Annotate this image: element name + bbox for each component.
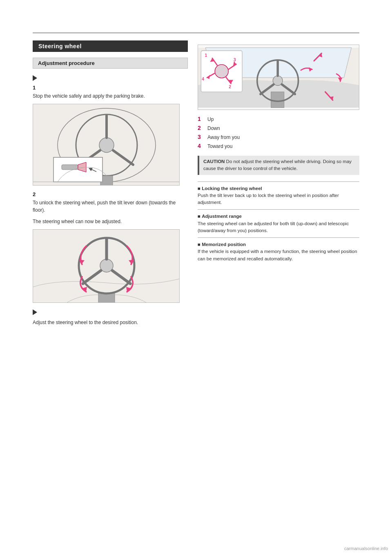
content-area: Steering wheel Adjustment procedure 1 St…: [33, 33, 359, 330]
direction-list: 1 Up 2 Down 3 Away from you 4 Toward you: [198, 116, 359, 150]
direction-num-1: 1: [198, 116, 207, 122]
note2-title: Adjustment range: [202, 214, 242, 219]
main-layout: Steering wheel Adjustment procedure 1 St…: [33, 40, 359, 330]
steering-adjust-svg: [33, 230, 180, 303]
direction-item-1: 1 Up: [198, 116, 359, 123]
note1-title: Locking the steering wheel: [202, 186, 262, 191]
note3-text: If the vehicle is equipped with a memory…: [198, 249, 357, 261]
watermark: carmanualsonline.info: [344, 546, 388, 551]
after-illus-text: Adjust the steering wheel to the desired…: [33, 319, 188, 326]
step1-text: Stop the vehicle safely and apply the pa…: [33, 92, 188, 100]
top-divider: [33, 33, 359, 33]
right-column: 1 3 2 4: [198, 40, 359, 262]
direction-item-3: 3 Away from you: [198, 134, 359, 141]
svg-text:2: 2: [229, 85, 231, 89]
subsection-title: Adjustment procedure: [33, 58, 188, 69]
caution-box: CAUTION Do not adjust the steering wheel…: [198, 156, 359, 175]
section-title: Steering wheel: [33, 40, 188, 52]
svg-text:1: 1: [205, 53, 207, 58]
adjustment-diagram-illustration: 1 3 2 4: [198, 45, 359, 110]
note1-label: ■: [198, 186, 200, 191]
svg-rect-15: [98, 293, 115, 303]
after-illus-bullet-icon: [33, 309, 37, 315]
note3-title: Memorized position: [202, 242, 246, 247]
lever-svg: [33, 104, 180, 186]
note-memory: ■ Memorized position If the vehicle is e…: [198, 237, 359, 262]
note1-text: Push the tilt lever back up to lock the …: [198, 193, 339, 205]
step2-number: 2: [33, 191, 188, 197]
svg-text:3: 3: [234, 58, 236, 62]
svg-point-33: [215, 65, 228, 78]
step2-text: To unlock the steering wheel, push the t…: [33, 199, 188, 214]
note3-label: ■: [198, 242, 200, 247]
note-locking: ■ Locking the steering wheel Push the ti…: [198, 181, 359, 206]
direction-item-4: 4 Toward you: [198, 143, 359, 150]
direction-text-3: Away from you: [207, 134, 240, 141]
left-column: Steering wheel Adjustment procedure 1 St…: [33, 40, 188, 330]
caution-text: Do not adjust the steering wheel while d…: [203, 159, 352, 171]
direction-num-2: 2: [198, 125, 207, 131]
direction-num-3: 3: [198, 134, 207, 140]
step2-subtext: The steering wheel can now be adjusted.: [33, 218, 188, 225]
direction-item-2: 2 Down: [198, 125, 359, 132]
svg-point-3: [99, 138, 114, 152]
direction-num-4: 4: [198, 143, 207, 149]
note2-text: The steering wheel can be adjusted for b…: [198, 221, 349, 233]
direction-text-4: Toward you: [207, 143, 232, 150]
direction-text-1: Up: [207, 116, 214, 123]
page-container: Steering wheel Adjustment procedure 1 St…: [0, 0, 392, 555]
bottom-notes: ■ Locking the steering wheel Push the ti…: [198, 181, 359, 262]
diagram-svg: 1 3 2 4: [198, 45, 359, 110]
direction-text-2: Down: [207, 125, 220, 132]
step1-bullet-icon: [33, 75, 37, 81]
svg-text:4: 4: [202, 77, 204, 81]
svg-rect-26: [271, 92, 284, 107]
step1-number: 1: [33, 85, 188, 91]
steering-adjustment-illustration: [33, 229, 180, 303]
steering-wheel-lever-illustration: [33, 104, 180, 186]
caution-label: CAUTION: [203, 159, 225, 164]
note-range: ■ Adjustment range The steering wheel ca…: [198, 209, 359, 234]
note2-label: ■: [198, 214, 200, 219]
